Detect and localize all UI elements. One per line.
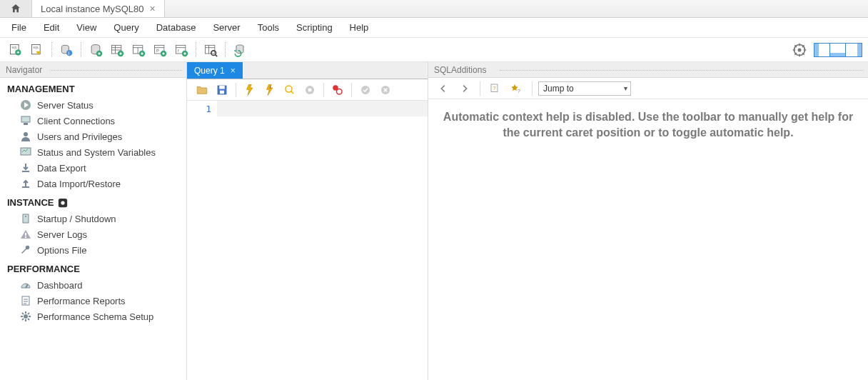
menu-database[interactable]: Database bbox=[149, 19, 203, 36]
svg-rect-34 bbox=[23, 214, 29, 223]
nav-item-dashboard[interactable]: Dashboard bbox=[7, 277, 179, 293]
connection-tab-label: Local instance MySQL80 bbox=[41, 4, 144, 14]
sqladditions-title: SQLAdditions bbox=[434, 65, 486, 75]
svg-rect-46 bbox=[308, 88, 312, 91]
svg-point-39 bbox=[24, 314, 28, 319]
monitor-icon bbox=[20, 146, 31, 158]
open-file-button[interactable] bbox=[193, 81, 211, 99]
toggle-left-panel[interactable] bbox=[814, 44, 830, 56]
svg-point-6 bbox=[66, 50, 72, 56]
svg-point-48 bbox=[337, 89, 343, 94]
home-tab[interactable] bbox=[0, 0, 32, 17]
navigator-pane: Navigator MANAGEMENT Server Status Clien… bbox=[0, 62, 187, 380]
sqladditions-help-text: Automatic context help is disabled. Use … bbox=[428, 99, 868, 151]
new-schema-button[interactable] bbox=[86, 40, 106, 60]
commit-button[interactable] bbox=[356, 81, 375, 99]
nav-heading-management: MANAGEMENT bbox=[7, 84, 179, 94]
execute-button[interactable] bbox=[241, 81, 259, 99]
warning-icon bbox=[20, 229, 31, 240]
nav-item-performance-reports[interactable]: Performance Reports bbox=[7, 293, 179, 309]
svg-rect-31 bbox=[22, 186, 29, 188]
menu-query[interactable]: Query bbox=[106, 19, 146, 36]
nav-item-users-privileges[interactable]: Users and Privileges bbox=[7, 129, 179, 144]
panel-layout-switcher[interactable] bbox=[814, 43, 862, 57]
sqladditions-pane: SQLAdditions ? ? Jump to Automatic conte… bbox=[428, 62, 868, 380]
query-tab-1[interactable]: Query 1 × bbox=[187, 62, 243, 79]
close-icon[interactable]: × bbox=[150, 3, 156, 14]
nav-item-status-variables[interactable]: Status and System Variables bbox=[7, 144, 179, 160]
menu-tools[interactable]: Tools bbox=[251, 19, 286, 36]
nav-item-performance-schema[interactable]: Performance Schema Setup bbox=[7, 309, 179, 324]
sqladditions-toolbar: ? ? Jump to bbox=[428, 78, 868, 99]
new-procedure-button[interactable]: P bbox=[150, 40, 170, 60]
nav-item-client-connections[interactable]: Client Connections bbox=[7, 113, 179, 129]
nav-item-server-logs[interactable]: Server Logs bbox=[7, 226, 179, 242]
svg-text:?: ? bbox=[493, 85, 495, 91]
svg-rect-37 bbox=[25, 236, 26, 238]
svg-rect-27 bbox=[24, 123, 28, 125]
menu-scripting[interactable]: Scripting bbox=[289, 19, 340, 36]
nav-forward-button[interactable] bbox=[455, 79, 474, 98]
rollback-button[interactable] bbox=[376, 81, 395, 99]
close-icon[interactable]: × bbox=[231, 66, 236, 76]
svg-rect-26 bbox=[21, 116, 30, 122]
svg-point-28 bbox=[24, 132, 28, 136]
query-tab-label: Query 1 bbox=[194, 66, 225, 76]
query-pane: Query 1 × I 1 bbox=[187, 62, 428, 380]
toggle-bottom-panel[interactable] bbox=[830, 44, 846, 56]
nav-item-data-export[interactable]: Data Export bbox=[7, 160, 179, 176]
new-sql-tab-button[interactable]: SQL bbox=[6, 40, 26, 60]
connection-tabbar: Local instance MySQL80 × bbox=[0, 0, 868, 18]
current-line-highlight bbox=[217, 101, 428, 116]
svg-text:P: P bbox=[156, 49, 159, 53]
svg-point-24 bbox=[798, 48, 802, 51]
server-icon bbox=[20, 213, 31, 224]
menu-server[interactable]: Server bbox=[206, 19, 247, 36]
menu-file[interactable]: File bbox=[4, 19, 34, 36]
settings-gear-button[interactable] bbox=[789, 40, 809, 60]
sqladditions-header: SQLAdditions bbox=[428, 62, 868, 78]
wrench-icon bbox=[20, 244, 31, 256]
connection-tab[interactable]: Local instance MySQL80 × bbox=[32, 0, 165, 17]
execute-current-button[interactable]: I bbox=[261, 81, 279, 99]
menu-view[interactable]: View bbox=[69, 19, 104, 36]
svg-point-49 bbox=[361, 86, 370, 94]
nav-heading-performance: PERFORMANCE bbox=[7, 264, 179, 274]
navigator-title: Navigator bbox=[6, 65, 42, 75]
toggle-right-panel[interactable] bbox=[846, 44, 862, 56]
auto-help-toggle-button[interactable]: ? bbox=[508, 79, 526, 98]
inspector-button[interactable]: i bbox=[56, 40, 76, 60]
reconnect-button[interactable] bbox=[230, 40, 250, 60]
context-help-button[interactable]: ? bbox=[486, 79, 505, 98]
search-table-button[interactable] bbox=[201, 40, 221, 60]
toggle-autocommit-button[interactable] bbox=[328, 81, 347, 99]
menu-edit[interactable]: Edit bbox=[36, 19, 66, 36]
nav-item-options-file[interactable]: Options File bbox=[7, 242, 179, 258]
new-view-button[interactable] bbox=[128, 40, 148, 60]
menu-help[interactable]: Help bbox=[343, 19, 376, 36]
svg-rect-41 bbox=[219, 86, 225, 89]
nav-item-server-status[interactable]: Server Status bbox=[7, 97, 179, 113]
connections-icon bbox=[20, 115, 31, 126]
home-icon bbox=[10, 3, 21, 14]
import-icon bbox=[20, 178, 31, 189]
jump-to-label: Jump to bbox=[543, 84, 574, 94]
open-sql-file-button[interactable]: SQL bbox=[27, 40, 47, 60]
svg-rect-42 bbox=[220, 90, 224, 94]
sql-editor[interactable]: 1 bbox=[187, 101, 428, 380]
save-button[interactable] bbox=[213, 81, 231, 99]
new-table-button[interactable] bbox=[107, 40, 127, 60]
gear-icon bbox=[20, 311, 31, 322]
query-toolbar: I bbox=[187, 79, 428, 101]
svg-rect-30 bbox=[22, 171, 29, 172]
nav-back-button[interactable] bbox=[434, 79, 453, 98]
new-function-button[interactable]: f bbox=[171, 40, 191, 60]
line-number: 1 bbox=[187, 104, 211, 114]
nav-item-startup-shutdown[interactable]: Startup / Shutdown bbox=[7, 211, 179, 226]
explain-button[interactable] bbox=[281, 81, 299, 99]
stop-button[interactable] bbox=[301, 81, 319, 99]
jump-to-select[interactable]: Jump to bbox=[538, 81, 631, 96]
main-toolbar: SQL SQL i P f bbox=[0, 38, 868, 62]
nav-item-data-import[interactable]: Data Import/Restore bbox=[7, 176, 179, 191]
line-gutter: 1 bbox=[187, 101, 217, 380]
